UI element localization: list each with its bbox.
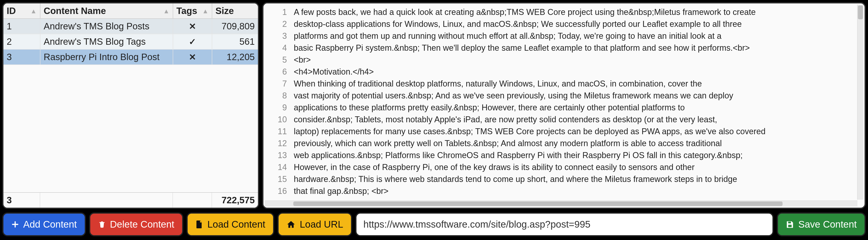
code-line: previously, which can work pretty well o…	[294, 137, 860, 149]
code-line: laptop) replacements for many use cases.…	[294, 126, 860, 137]
code-line: basic Raspberry Pi system.&nbsp; Then we…	[294, 42, 860, 54]
column-header-id[interactable]: ID▲	[3, 3, 40, 19]
table-row[interactable]: 1Andrew's TMS Blog Posts✕709,809	[3, 19, 258, 34]
table-row[interactable]: 2Andrew's TMS Blog Tags✓561	[3, 34, 258, 49]
save-content-button[interactable]: Save Content	[777, 212, 866, 236]
column-header-name[interactable]: Content Name▲	[40, 3, 173, 19]
cell-name: Raspberry Pi Intro Blog Post	[40, 49, 173, 65]
code-line: desktop-class applications for Windows, …	[294, 18, 860, 30]
cell-id: 3	[3, 49, 40, 65]
content-table: ID▲ Content Name▲ Tags▲ Size 1Andrew's T…	[3, 3, 258, 65]
add-content-button[interactable]: Add Content	[2, 212, 86, 236]
footer-count: 3	[3, 193, 40, 208]
delete-content-button[interactable]: Delete Content	[89, 212, 183, 236]
check-icon: ✓	[189, 37, 196, 46]
code-line: consider.&nbsp; Tablets, most notably Ap…	[294, 113, 860, 126]
file-icon	[195, 220, 203, 229]
code-line: hardware.&nbsp; This is where web standa…	[294, 173, 860, 185]
cell-tags: ✕	[173, 19, 212, 34]
svg-rect-3	[788, 221, 791, 224]
sort-arrow-icon: ▲	[163, 7, 169, 15]
x-icon: ✕	[189, 22, 196, 31]
code-line: When thinking of traditional desktop pla…	[294, 78, 860, 90]
button-label: Load URL	[300, 219, 343, 230]
home-icon	[286, 220, 296, 229]
cell-size: 709,809	[212, 19, 258, 34]
table-footer: 3 722,575	[3, 192, 258, 208]
cell-name: Andrew's TMS Blog Posts	[40, 19, 173, 34]
load-content-button[interactable]: Load Content	[187, 212, 274, 236]
code-line: vast majority of potential users.&nbsp; …	[294, 90, 860, 102]
cell-size: 12,205	[212, 49, 258, 65]
x-icon: ✕	[189, 52, 196, 62]
cell-tags: ✕	[173, 49, 212, 65]
code-area[interactable]: A few posts back, we had a quick look at…	[291, 3, 865, 208]
sort-arrow-icon: ▲	[202, 7, 209, 15]
cell-tags: ✓	[173, 34, 212, 49]
button-label: Delete Content	[110, 219, 174, 230]
table-row[interactable]: 3Raspberry Pi Intro Blog Post✕12,205	[3, 49, 258, 65]
button-label: Add Content	[23, 219, 77, 230]
toolbar: Add Content Delete Content Load Content …	[2, 212, 866, 236]
vertical-scrollbar-thumb[interactable]	[858, 5, 863, 19]
column-header-tags[interactable]: Tags▲	[173, 3, 212, 19]
content-table-panel: ID▲ Content Name▲ Tags▲ Size 1Andrew's T…	[2, 2, 259, 209]
code-line: that final gap.&nbsp; <br>	[294, 185, 860, 197]
url-input[interactable]	[355, 212, 774, 236]
footer-total: 722,575	[212, 193, 258, 208]
button-label: Save Content	[798, 219, 857, 230]
code-line: <h4>Motivation.</h4>	[294, 66, 860, 78]
code-line: <br>	[294, 54, 860, 66]
code-editor-panel[interactable]: 12345678910111213141516 A few posts back…	[262, 2, 866, 209]
svg-rect-2	[788, 225, 792, 228]
cell-name: Andrew's TMS Blog Tags	[40, 34, 173, 49]
code-line: A few posts back, we had a quick look at…	[294, 6, 860, 18]
code-line: platforms and got them up and running wi…	[294, 30, 860, 42]
cell-size: 561	[212, 34, 258, 49]
horizontal-scrollbar-thumb[interactable]	[293, 201, 782, 206]
line-gutter: 12345678910111213141516	[264, 3, 291, 208]
save-icon	[786, 220, 794, 229]
column-header-size[interactable]: Size	[212, 3, 258, 19]
code-line: However, in the case of Raspberry Pi, on…	[294, 161, 860, 173]
code-line: applications to these platforms pretty e…	[294, 102, 860, 113]
trash-icon	[98, 220, 106, 228]
code-line: web applications.&nbsp; Platforms like C…	[294, 149, 860, 161]
button-label: Load Content	[208, 219, 265, 230]
load-url-button[interactable]: Load URL	[277, 212, 352, 236]
plus-icon	[11, 220, 19, 228]
cell-id: 2	[3, 34, 40, 49]
sort-arrow-icon: ▲	[30, 7, 37, 15]
cell-id: 1	[3, 19, 40, 34]
